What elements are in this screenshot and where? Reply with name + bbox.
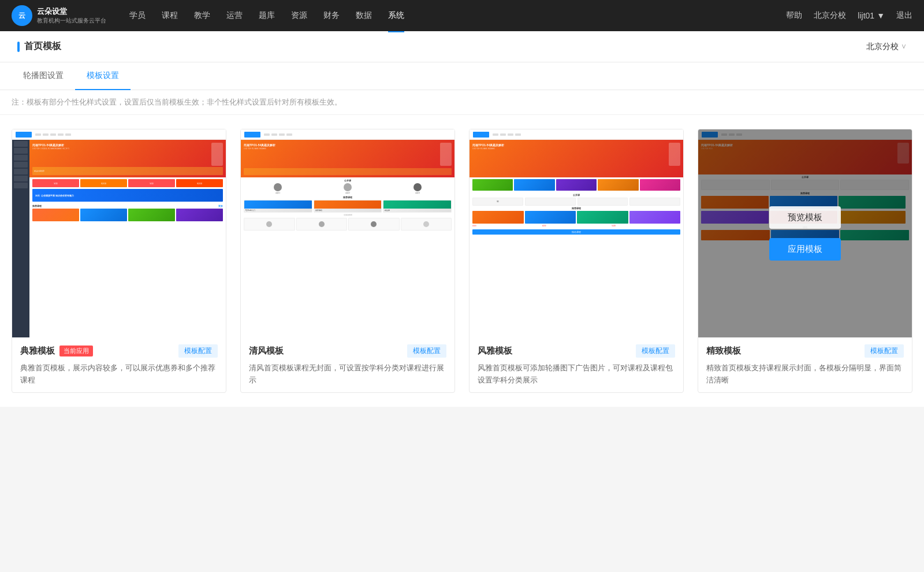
nav-bar: 云 云朵设堂 教育机构一站式服务云平台 学员 课程 教学 运营 题库 资源 财务… (0, 0, 924, 31)
logo-icon: 云 (12, 5, 32, 26)
page-title-bar (17, 42, 20, 52)
nav-logo[interactable]: 云 云朵设堂 教育机构一站式服务云平台 (12, 5, 106, 26)
template-name-qingfeng: 清风模板 (249, 346, 284, 356)
nav-item-teaching[interactable]: 教学 (194, 8, 210, 23)
nav-menu: 学员 课程 教学 运营 题库 资源 财务 数据 系统 (129, 8, 786, 23)
nav-item-resources[interactable]: 资源 (291, 8, 307, 23)
template-desc-jingzhi: 精致首页模板支持课程展示封面，各模板分隔明显，界面简洁清晰 (706, 362, 904, 387)
template-preview-qingfeng[interactable]: 托福TPO1-54真题及解析 口语 写作 听力解析 阅读解析 公开课 (241, 129, 454, 337)
template-name-row-dianyan: 典雅模板 当前应用 模板配置 (20, 344, 218, 358)
page-header: 首页模板 北京分校 ∨ (0, 31, 924, 62)
template-name-row-fengya: 风雅模板 模板配置 (478, 344, 675, 358)
config-button-dianyan[interactable]: 模板配置 (178, 344, 218, 358)
template-preview-jingzhi[interactable]: 托福TPO1-54真题及解析 口语 写作 听力 公开课 (698, 129, 912, 337)
nav-user[interactable]: lijt01 ▼ (858, 11, 885, 20)
templates-grid: 托福TPO1-54真题及解析 口语 写作 口语变化 听力解析 阅读解析 词汇学习… (12, 129, 912, 393)
branch-selector[interactable]: 北京分校 ∨ (866, 42, 907, 52)
nav-item-data[interactable]: 数据 (356, 8, 372, 23)
template-name-fengya: 风雅模板 (478, 346, 512, 356)
template-preview-fengya[interactable]: 托福TPO1-54真题及解析 口语 写作 听力解析 阅读解析 (470, 129, 683, 337)
nav-item-questions[interactable]: 题库 (259, 8, 275, 23)
page-title-wrap: 首页模板 (17, 40, 61, 53)
nav-item-finance[interactable]: 财务 (323, 8, 340, 23)
template-desc-qingfeng: 清风首页模板课程无封面，可设置按学科分类对课程进行展示 (249, 362, 446, 387)
logo-text: 云朵设堂 教育机构一站式服务云平台 (37, 7, 106, 24)
nav-logout[interactable]: 退出 (896, 10, 912, 21)
main-container: 轮播图设置 模板设置 注：模板有部分个性化样式设置，设置后仅当前模板生效；非个性… (0, 62, 924, 407)
template-name-jingzhi: 精致模板 (706, 346, 741, 356)
template-info-fengya: 风雅模板 模板配置 风雅首页模板可添加轮播图下广告图片，可对课程及课程包设置学科… (470, 337, 683, 392)
template-name-dianyan: 典雅模板 (20, 346, 55, 356)
nav-item-courses[interactable]: 课程 (162, 8, 178, 23)
template-desc-dianyan: 典雅首页模板，展示内容较多，可以展示优惠券和多个推荐课程 (20, 362, 218, 387)
template-info-dianyan: 典雅模板 当前应用 模板配置 典雅首页模板，展示内容较多，可以展示优惠券和多个推… (12, 337, 226, 392)
tabs-bar: 轮播图设置 模板设置 (0, 62, 924, 90)
template-desc-fengya: 风雅首页模板可添加轮播图下广告图片，可对课程及课程包设置学科分类展示 (478, 362, 675, 387)
template-info-qingfeng: 清风模板 模板配置 清风首页模板课程无封面，可设置按学科分类对课程进行展示 (241, 337, 454, 392)
tab-template[interactable]: 模板设置 (75, 62, 131, 90)
template-card-jingzhi: 托福TPO1-54真题及解析 口语 写作 听力 公开课 (698, 129, 912, 393)
template-preview-dianyan[interactable]: 托福TPO1-54真题及解析 口语 写作 口语变化 听力解析 阅读解析 词汇学习… (12, 129, 226, 337)
config-button-fengya[interactable]: 模板配置 (636, 344, 675, 358)
template-name-row-qingfeng: 清风模板 模板配置 (249, 344, 446, 358)
nav-item-operations[interactable]: 运营 (226, 8, 243, 23)
chevron-down-icon: ∨ (901, 42, 907, 51)
nav-item-system[interactable]: 系统 (388, 8, 404, 23)
template-card-dianyan: 托福TPO1-54真题及解析 口语 写作 口语变化 听力解析 阅读解析 词汇学习… (12, 129, 226, 393)
template-card-fengya: 托福TPO1-54真题及解析 口语 写作 听力解析 阅读解析 (469, 129, 684, 393)
apply-template-button[interactable]: 应用模板 (769, 238, 841, 261)
nav-branch[interactable]: 北京分校 (814, 10, 846, 21)
template-card-qingfeng: 托福TPO1-54真题及解析 口语 写作 听力解析 阅读解析 公开课 (240, 129, 455, 393)
template-overlay-jingzhi: 预览模板 应用模板 (698, 129, 912, 337)
config-button-jingzhi[interactable]: 模板配置 (865, 344, 904, 358)
nav-right: 帮助 北京分校 lijt01 ▼ 退出 (786, 10, 912, 21)
template-name-row-jingzhi: 精致模板 模板配置 (706, 344, 904, 358)
templates-section: 托福TPO1-54真题及解析 口语 写作 口语变化 听力解析 阅读解析 词汇学习… (0, 115, 924, 407)
current-badge-dianyan: 当前应用 (59, 346, 93, 356)
note-text: 注：模板有部分个性化样式设置，设置后仅当前模板生效；非个性化样式设置后针对所有模… (0, 90, 924, 115)
template-info-jingzhi: 精致模板 模板配置 精致首页模板支持课程展示封面，各模板分隔明显，界面简洁清晰 (698, 337, 912, 392)
nav-help[interactable]: 帮助 (786, 10, 802, 21)
page: 首页模板 北京分校 ∨ 轮播图设置 模板设置 注：模板有部分个性化样式设置，设置… (0, 31, 924, 572)
config-button-qingfeng[interactable]: 模板配置 (407, 344, 446, 358)
preview-template-button[interactable]: 预览模板 (769, 206, 841, 229)
page-title: 首页模板 (24, 40, 61, 53)
nav-item-students[interactable]: 学员 (129, 8, 146, 23)
tab-carousel[interactable]: 轮播图设置 (12, 62, 75, 90)
